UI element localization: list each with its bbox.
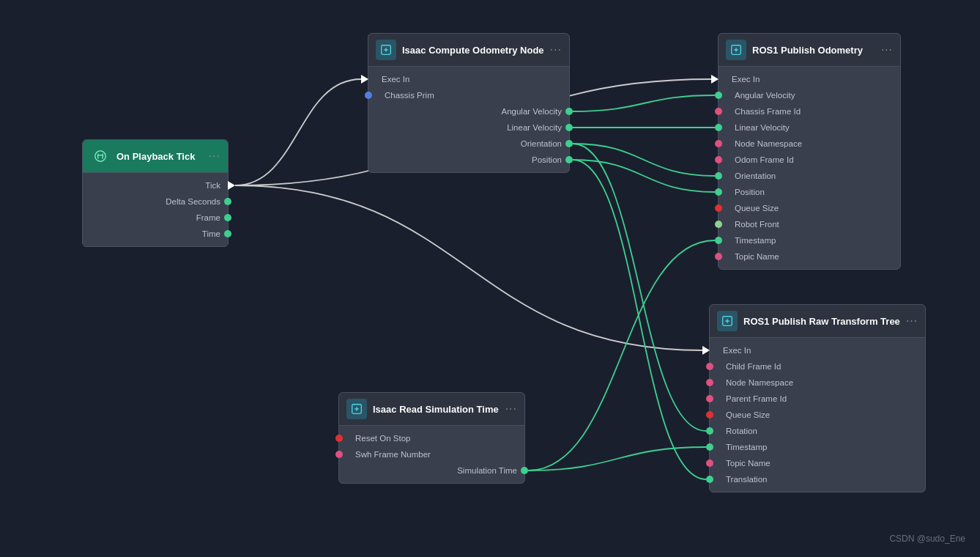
port-parent-frame-in[interactable] <box>706 395 713 402</box>
port-row-queue-size-in: Queue Size <box>719 200 900 216</box>
port-translation-in[interactable] <box>706 476 713 483</box>
port-row-parent-frame-in: Parent Frame Id <box>710 391 925 407</box>
port-row-orientation-in: Orientation <box>719 168 900 184</box>
port-label-time: Time <box>202 229 220 238</box>
port-row-odom-frame-in: Odom Frame Id <box>719 152 900 168</box>
port-time-out[interactable] <box>224 230 231 237</box>
node-icon-ros1-transform <box>717 311 738 331</box>
port-exec-in-odometry[interactable] <box>361 75 368 84</box>
node-on-playback-tick[interactable]: On Playback Tick ··· Tick Delta Seconds … <box>82 139 229 247</box>
node-menu-isaac-simtime[interactable]: ··· <box>505 402 517 416</box>
port-transform-topic-name-in[interactable] <box>706 460 713 467</box>
port-transform-queue-size-in[interactable] <box>706 411 713 418</box>
node-isaac-read-simulation-time[interactable]: Isaac Read Simulation Time ··· Reset On … <box>338 392 525 484</box>
port-delta-seconds-out[interactable] <box>224 198 231 205</box>
port-label-queue-size-in: Queue Size <box>735 204 779 213</box>
port-label-rotation-in: Rotation <box>726 427 757 435</box>
port-position-in[interactable] <box>715 188 722 196</box>
port-label-linear-vel-in: Linear Velocity <box>735 123 790 132</box>
port-row-chassis-frame-in: Chassis Frame Id <box>719 103 900 119</box>
port-label-angular-vel-in: Angular Velocity <box>735 91 795 100</box>
port-row-linear-vel-in: Linear Velocity <box>719 119 900 136</box>
node-title-on-playback-tick: On Playback Tick <box>116 151 203 162</box>
port-row-ros1-exec-in: Exec In <box>719 71 900 87</box>
port-reset-on-stop-in[interactable] <box>335 435 343 442</box>
node-menu-on-playback-tick[interactable]: ··· <box>209 150 220 163</box>
port-robot-front-in[interactable] <box>715 221 722 228</box>
node-title-isaac-odometry: Isaac Compute Odometry Node <box>402 45 544 56</box>
node-title-isaac-simtime: Isaac Read Simulation Time <box>373 404 500 415</box>
node-header-isaac-simtime: Isaac Read Simulation Time ··· <box>339 393 524 426</box>
node-header-on-playback-tick: On Playback Tick ··· <box>83 140 228 173</box>
port-timestamp-in[interactable] <box>715 237 722 244</box>
port-row-robot-front-in: Robot Front <box>719 216 900 232</box>
port-label-transform-node-namespace: Node Namespace <box>726 378 793 387</box>
port-orientation-out[interactable] <box>565 140 573 147</box>
node-ros1-publish-odometry[interactable]: ROS1 Publish Odometry ··· Exec In Angula… <box>718 33 901 270</box>
node-menu-isaac-odometry[interactable]: ··· <box>550 43 562 56</box>
port-row-chassis-prim: Chassis Prim <box>368 87 569 103</box>
port-row-rotation-in: Rotation <box>710 423 925 439</box>
port-angular-vel-out[interactable] <box>565 108 573 115</box>
node-body-ros1-odometry: Exec In Angular Velocity Chassis Frame I… <box>719 67 900 269</box>
port-tick-out[interactable] <box>228 181 235 190</box>
port-label-swh-frame: Swh Frame Number <box>355 450 431 459</box>
node-title-ros1-transform: ROS1 Publish Raw Transform Tree <box>743 316 900 327</box>
node-menu-ros1-odometry[interactable]: ··· <box>881 43 893 56</box>
node-isaac-compute-odometry[interactable]: Isaac Compute Odometry Node ··· Exec In … <box>368 33 570 173</box>
port-label-orientation-in: Orientation <box>735 171 776 180</box>
port-linear-vel-in[interactable] <box>715 124 722 131</box>
port-linear-vel-out[interactable] <box>565 124 573 131</box>
port-row-transform-timestamp: Timestamp <box>710 439 925 455</box>
port-rotation-in[interactable] <box>706 427 713 435</box>
port-position-out[interactable] <box>565 156 573 163</box>
port-chassis-frame-in[interactable] <box>715 108 722 115</box>
port-row-transform-queue-size: Queue Size <box>710 407 925 423</box>
node-title-ros1-odometry: ROS1 Publish Odometry <box>752 45 875 56</box>
port-transform-timestamp-in[interactable] <box>706 443 713 451</box>
svg-point-0 <box>95 151 105 161</box>
port-row-orientation-out: Orientation <box>368 136 569 152</box>
port-row-transform-node-namespace: Node Namespace <box>710 375 925 391</box>
port-frame-out[interactable] <box>224 214 231 221</box>
port-odom-frame-in[interactable] <box>715 156 722 163</box>
port-label-orientation-out: Orientation <box>521 139 562 148</box>
node-header-ros1-odometry: ROS1 Publish Odometry ··· <box>719 34 900 67</box>
port-row-simulation-time-out: Simulation Time <box>339 462 524 479</box>
node-icon-on-playback-tick <box>90 146 111 166</box>
port-row-node-namespace-in: Node Namespace <box>719 136 900 152</box>
node-body-isaac-odometry: Exec In Chassis Prim Angular Velocity Li… <box>368 67 569 172</box>
port-chassis-prim-in[interactable] <box>365 92 372 99</box>
port-label-position-in: Position <box>735 188 765 196</box>
port-child-frame-in[interactable] <box>706 363 713 370</box>
port-row-angular-vel-out: Angular Velocity <box>368 103 569 119</box>
node-header-ros1-transform: ROS1 Publish Raw Transform Tree ··· <box>710 305 925 338</box>
port-row-linear-vel-out: Linear Velocity <box>368 119 569 136</box>
port-transform-node-namespace-in[interactable] <box>706 379 713 386</box>
port-simulation-time-out[interactable] <box>521 467 528 474</box>
node-body-ros1-transform: Exec In Child Frame Id Node Namespace Pa… <box>710 338 925 492</box>
port-ros1-exec-in[interactable] <box>711 75 719 84</box>
port-orientation-in[interactable] <box>715 172 722 180</box>
port-row-reset-on-stop: Reset On Stop <box>339 430 524 446</box>
port-swh-frame-in[interactable] <box>335 451 343 458</box>
port-label-reset-on-stop: Reset On Stop <box>355 434 410 443</box>
port-angular-vel-in[interactable] <box>715 92 722 99</box>
port-row-translation-in: Translation <box>710 471 925 487</box>
port-queue-size-in[interactable] <box>715 204 722 212</box>
port-topic-name-in[interactable] <box>715 253 722 260</box>
port-node-namespace-in[interactable] <box>715 140 722 147</box>
node-icon-isaac-simtime <box>346 399 367 419</box>
node-ros1-publish-raw-transform[interactable]: ROS1 Publish Raw Transform Tree ··· Exec… <box>709 304 926 493</box>
port-row-transform-topic-name: Topic Name <box>710 455 925 471</box>
port-transform-exec-in[interactable] <box>702 346 710 355</box>
port-row-transform-exec-in: Exec In <box>710 342 925 358</box>
port-row-child-frame-in: Child Frame Id <box>710 358 925 375</box>
port-label-chassis-frame-in: Chassis Frame Id <box>735 107 801 116</box>
port-row-frame: Frame <box>83 210 228 226</box>
node-menu-ros1-transform[interactable]: ··· <box>906 314 918 328</box>
port-row-topic-name-in: Topic Name <box>719 248 900 265</box>
port-label-transform-timestamp: Timestamp <box>726 443 767 451</box>
port-row-time: Time <box>83 226 228 242</box>
port-label-ros1-exec-in: Exec In <box>732 75 760 84</box>
